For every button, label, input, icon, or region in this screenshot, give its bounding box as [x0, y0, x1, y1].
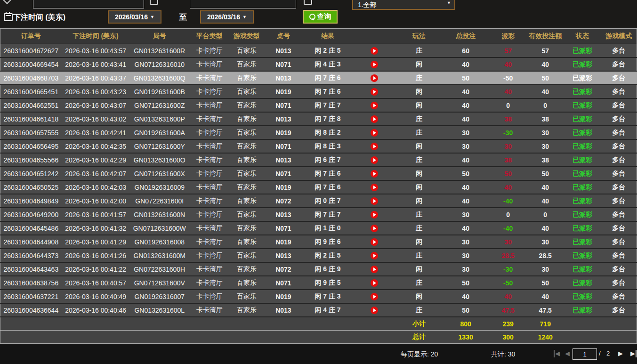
play-video-icon[interactable]: [371, 252, 378, 259]
status-dropdown[interactable]: 1.全部 ▼: [352, 0, 455, 10]
cell-play: [352, 180, 396, 194]
column-header: 玩法: [396, 29, 442, 44]
cell-payout: 57: [489, 44, 527, 58]
cell-platform: 卡卡湾厅: [189, 276, 230, 290]
play-video-icon[interactable]: [371, 47, 378, 55]
cell-platform: 卡卡湾厅: [189, 153, 230, 167]
play-video-icon[interactable]: [371, 238, 378, 246]
play-video-icon[interactable]: [371, 170, 378, 178]
cell-bet-time: 2026-03-16 00:41:57: [62, 208, 130, 221]
table-row[interactable]: 2603160046625512026-03-16 00:43:07GN0712…: [0, 98, 637, 112]
cell-round-number: GN0132631600M: [130, 249, 189, 262]
play-video-icon[interactable]: [371, 143, 378, 150]
table-row[interactable]: 2603160046687032026-03-16 00:43:37GN0132…: [0, 71, 637, 85]
cell-play-type: 庄: [396, 126, 442, 139]
cell-play-type: 闲: [396, 167, 442, 180]
results-table-wrap: 订单号下注时间 (美东)局号平台类型游戏类型桌号结果玩法总投注派彩有效投注额状态…: [0, 28, 637, 344]
table-row[interactable]: 2603160046492002026-03-16 00:41:57GN0132…: [0, 208, 637, 221]
play-video-icon[interactable]: [371, 156, 378, 164]
query-button[interactable]: 查询: [303, 10, 338, 24]
summary-valid-bet: 719: [527, 317, 564, 331]
play-video-icon[interactable]: [371, 211, 378, 218]
cell-game-mode: 多台: [601, 208, 637, 221]
cell-status: 已派彩: [564, 112, 601, 126]
table-row[interactable]: 2603160046372212026-03-16 00:40:49GN0192…: [0, 290, 637, 303]
cell-result: 闲 7 庄 6: [303, 167, 352, 180]
table-row[interactable]: 2603160046498492026-03-16 00:42:00GN0722…: [0, 194, 637, 208]
table-row[interactable]: 2603160046564952026-03-16 00:42:35GN0712…: [0, 139, 637, 153]
cell-game-type: 百家乐: [230, 303, 264, 317]
play-video-icon[interactable]: [371, 225, 378, 232]
cell-game-type: 百家乐: [230, 126, 264, 139]
cell-table-number: N013: [264, 153, 303, 167]
pagination-bar: 每页显示: 20 共计: 30 ◀ ◀ / 2 ▶ ▶: [0, 344, 637, 364]
play-video-icon[interactable]: [371, 293, 378, 300]
cell-table-number: N013: [264, 112, 303, 126]
cell-platform: 卡卡湾厅: [189, 235, 230, 249]
table-row[interactable]: 2603160046449082026-03-16 00:41:29GN0192…: [0, 235, 637, 249]
table-row[interactable]: 2603160046505252026-03-16 00:42:03GN0192…: [0, 180, 637, 194]
column-header: 桌号: [264, 29, 303, 44]
page-input[interactable]: [572, 348, 597, 360]
cell-game-type: 百家乐: [230, 167, 264, 180]
cell-play: [352, 290, 396, 303]
search-icon: [309, 14, 315, 20]
table-row[interactable]: 2603160046654512026-03-16 00:43:23GN0192…: [0, 85, 637, 98]
cell-round-number: GN01926316008: [130, 235, 189, 249]
play-video-icon[interactable]: [371, 307, 378, 314]
cell-table-number: N071: [264, 57, 303, 71]
play-video-icon[interactable]: [371, 102, 378, 109]
cell-bet-time: 2026-03-16 00:43:37: [62, 71, 130, 85]
play-video-icon[interactable]: [371, 266, 378, 273]
play-video-icon[interactable]: [371, 184, 378, 191]
table-row[interactable]: 2603160046555662026-03-16 00:42:29GN0132…: [0, 153, 637, 167]
total-pages-label: 2: [606, 350, 610, 357]
cell-bet-time: 2026-03-16 00:43:41: [62, 57, 130, 71]
cell-bet-time: 2026-03-16 00:42:00: [62, 194, 130, 208]
filter-input-2[interactable]: [190, 0, 296, 8]
play-video-icon[interactable]: [371, 115, 378, 123]
cell-payout: -30: [489, 262, 527, 276]
cell-play: [352, 139, 396, 153]
cell-platform: 卡卡湾厅: [189, 112, 230, 126]
summary-total-bet: 1330: [442, 331, 489, 344]
last-page-icon[interactable]: ▶: [630, 350, 637, 357]
table-row[interactable]: 2603160046575552026-03-16 00:42:41GN0192…: [0, 126, 637, 139]
table-row[interactable]: 2603160046512422026-03-16 00:42:07GN0712…: [0, 167, 637, 180]
cell-total-bet: 40: [442, 180, 489, 194]
status-dropdown-value: 1.全部: [358, 1, 377, 9]
previous-page-icon[interactable]: ◀: [565, 350, 570, 357]
play-video-icon[interactable]: [371, 279, 378, 287]
table-row[interactable]: 2603160046443732026-03-16 00:41:26GN0132…: [0, 249, 637, 262]
cell-payout: -50: [489, 276, 527, 290]
date-from-picker[interactable]: 2026/03/16 ▼: [108, 10, 161, 24]
table-row[interactable]: 2603160046694542026-03-16 00:43:41GN0712…: [0, 57, 637, 71]
summary-payout: 239: [489, 317, 527, 331]
cell-bet-time: 2026-03-16 00:42:35: [62, 139, 130, 153]
play-video-icon[interactable]: [371, 88, 378, 96]
table-row[interactable]: 2603160046726272026-03-16 00:43:57GN0132…: [0, 44, 637, 58]
table-row[interactable]: 2603160046387562026-03-16 00:40:57GN0712…: [0, 276, 637, 290]
table-row[interactable]: 2603160046454862026-03-16 00:41:32GN0712…: [0, 221, 637, 235]
table-row[interactable]: 2603160046614182026-03-16 00:43:02GN0132…: [0, 112, 637, 126]
play-video-icon[interactable]: [371, 74, 378, 82]
play-video-icon[interactable]: [371, 61, 378, 68]
cell-game-type: 百家乐: [230, 85, 264, 98]
summary-total-bet: 800: [442, 317, 489, 331]
cell-order: 260316004657555: [0, 126, 62, 139]
play-video-icon[interactable]: [371, 197, 378, 205]
cell-play-type: 闲: [396, 98, 442, 112]
cell-play-type: 庄: [396, 153, 442, 167]
play-video-icon[interactable]: [371, 129, 378, 137]
cell-platform: 卡卡湾厅: [189, 290, 230, 303]
cell-game-type: 百家乐: [230, 208, 264, 221]
table-row[interactable]: 2603160046434632026-03-16 00:41:22GN0722…: [0, 262, 637, 276]
table-row[interactable]: 2603160046366442026-03-16 00:40:46GN0132…: [0, 303, 637, 317]
filter-input-1[interactable]: [33, 0, 144, 8]
cell-result: 闲 7 庄 6: [303, 71, 352, 85]
first-page-icon[interactable]: ◀: [554, 350, 560, 357]
next-page-icon[interactable]: ▶: [618, 350, 623, 357]
cell-order: 260316004656495: [0, 139, 62, 153]
cell-round-number: GN0722631600H: [130, 262, 189, 276]
date-to-picker[interactable]: 2026/03/16 ▼: [200, 10, 254, 24]
